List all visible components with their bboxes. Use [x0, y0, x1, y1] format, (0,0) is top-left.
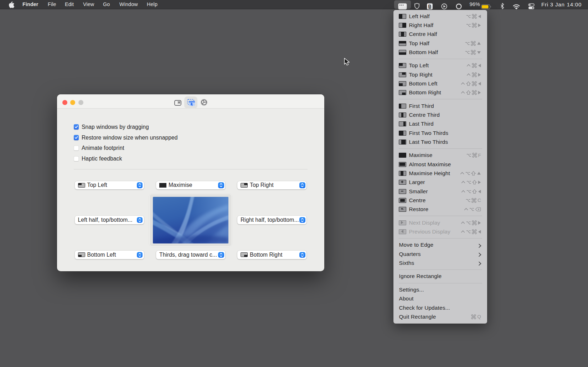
svg-text:B: B — [428, 4, 432, 9]
